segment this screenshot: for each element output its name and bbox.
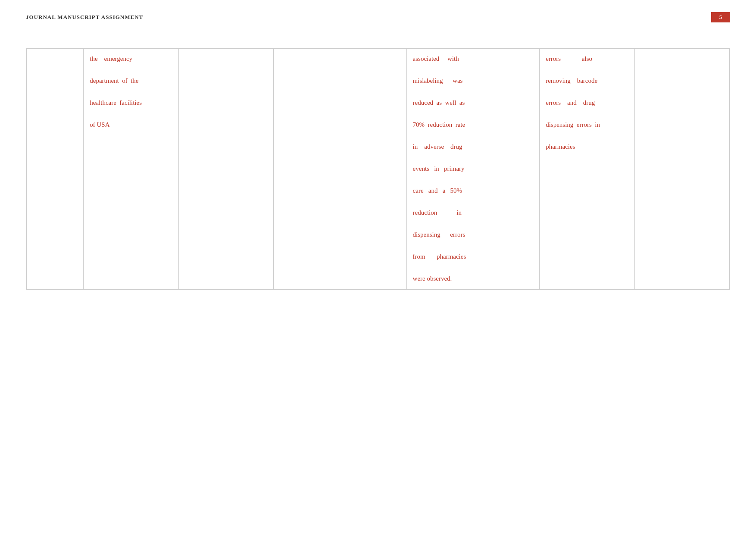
text-dispensing-errors: dispensing errors in: [546, 121, 600, 128]
cell-1-2: the emergency department of the healthca…: [84, 49, 178, 289]
text-errors-and: errors and drug: [546, 99, 595, 106]
data-table: the emergency department of the healthca…: [26, 49, 730, 289]
text-reduction: reduction in: [413, 209, 462, 216]
text-pharmacies: pharmacies: [546, 143, 575, 150]
page-header: JOURNAL MANUSCRIPT ASSIGNMENT 5: [0, 0, 756, 31]
page-number-box: 5: [711, 12, 730, 22]
text-department: department of the: [90, 77, 138, 84]
text-the-emergency: the emergency: [90, 55, 132, 62]
text-associated: associated with: [413, 55, 459, 62]
text-mislabeling: mislabeling was: [413, 77, 463, 84]
text-removing: removing barcode: [546, 77, 597, 84]
table-container: the emergency department of the healthca…: [26, 48, 730, 290]
text-care: care and a 50%: [413, 187, 462, 194]
cell-1-3: [178, 49, 273, 289]
text-errors-also: errors also: [546, 55, 592, 62]
cell-1-7: [634, 49, 729, 289]
text-in-adverse: in adverse drug: [413, 143, 462, 150]
cell-1-5: associated with mislabeling was reduced …: [406, 49, 540, 289]
text-dispensing: dispensing errors: [413, 231, 465, 238]
text-reduced: reduced as well as: [413, 99, 465, 106]
journal-title: JOURNAL MANUSCRIPT ASSIGNMENT: [26, 14, 143, 21]
main-content: the emergency department of the healthca…: [0, 31, 756, 307]
text-observed: were observed.: [413, 275, 452, 282]
text-healthcare: healthcare facilities: [90, 99, 142, 106]
table-row: the emergency department of the healthca…: [27, 49, 730, 289]
cell-1-6: errors also removing barcode errors and …: [540, 49, 634, 289]
text-of-usa: of USA: [90, 121, 109, 128]
text-from: from pharmacies: [413, 253, 466, 260]
text-events: events in primary: [413, 165, 465, 172]
cell-1-4: [274, 49, 407, 289]
text-70percent: 70% reduction rate: [413, 121, 465, 128]
cell-1-1: [27, 49, 84, 289]
